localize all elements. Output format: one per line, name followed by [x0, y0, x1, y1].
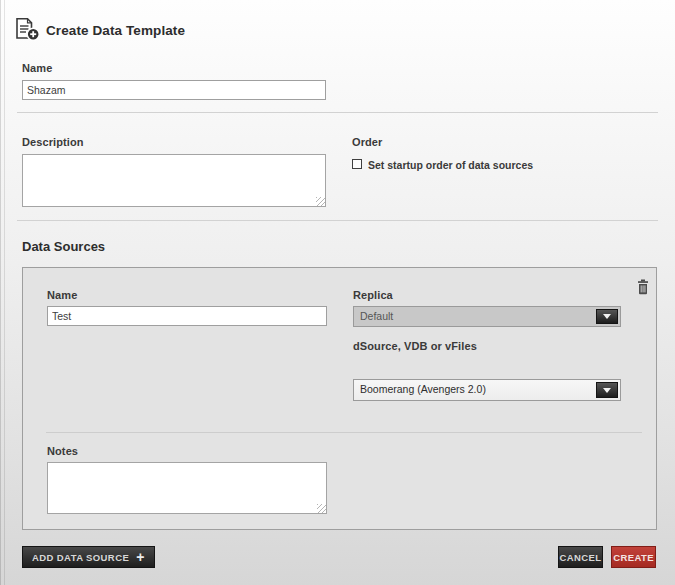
cancel-button[interactable]: CANCEL	[558, 546, 603, 568]
source-name-input[interactable]	[47, 306, 327, 326]
notes-textarea[interactable]	[47, 462, 327, 514]
trash-icon	[636, 279, 650, 295]
add-data-source-button[interactable]: ADD DATA SOURCE +	[22, 546, 155, 568]
order-label: Order	[352, 136, 382, 148]
add-data-source-label: ADD DATA SOURCE	[32, 552, 129, 563]
dataset-select-value: Boomerang (Avengers 2.0)	[354, 380, 620, 399]
data-source-card: Name Replica Default dSource, VDB or vFi…	[22, 267, 657, 530]
plus-icon: +	[136, 550, 145, 564]
dataset-select-button[interactable]	[596, 382, 618, 398]
document-add-icon	[14, 17, 40, 41]
replica-label: Replica	[353, 289, 393, 301]
page-title: Create Data Template	[46, 23, 185, 38]
caret-down-icon	[603, 314, 611, 319]
create-button[interactable]: CREATE	[611, 546, 656, 568]
replica-select-button[interactable]	[596, 309, 618, 324]
description-textarea[interactable]	[22, 154, 326, 207]
dataset-select[interactable]: Boomerang (Avengers 2.0)	[353, 379, 621, 401]
description-label: Description	[22, 136, 84, 148]
divider	[17, 220, 658, 221]
dataset-label: dSource, VDB or vFiles	[353, 340, 477, 352]
startup-order-checkbox[interactable]	[352, 159, 362, 169]
caret-down-icon	[603, 388, 611, 393]
name-input[interactable]	[22, 80, 326, 100]
replica-select[interactable]: Default	[353, 306, 621, 327]
delete-data-source-button[interactable]	[636, 279, 650, 295]
notes-label: Notes	[47, 445, 78, 457]
divider	[17, 112, 658, 113]
source-name-label: Name	[47, 289, 77, 301]
name-label: Name	[22, 62, 52, 74]
startup-order-checkbox-label[interactable]: Set startup order of data sources	[368, 159, 533, 171]
replica-select-value: Default	[354, 307, 620, 326]
card-divider	[46, 432, 642, 433]
create-data-template-dialog: Create Data Template Name Description Or…	[0, 0, 675, 585]
data-sources-heading: Data Sources	[22, 239, 105, 254]
